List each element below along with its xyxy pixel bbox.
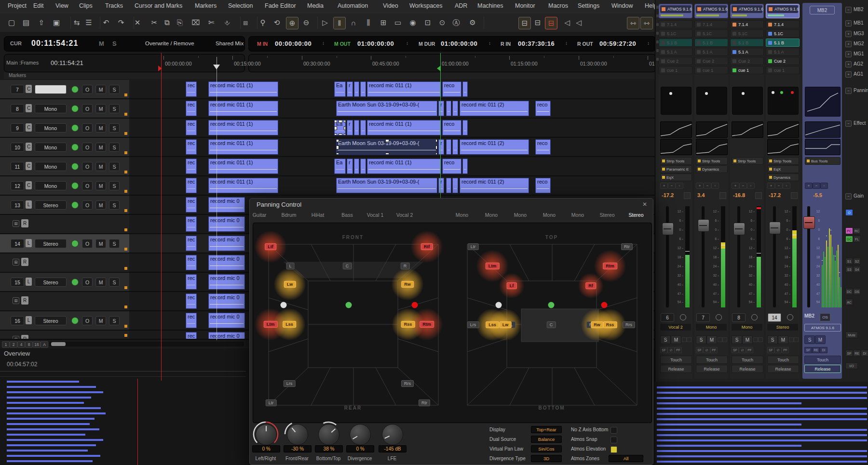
effect-curve-display[interactable] — [696, 139, 728, 155]
add-plugin-button[interactable]: ▫ — [747, 183, 755, 189]
knob-bottom-top[interactable] — [318, 424, 339, 445]
panner-tab-bdrum-1[interactable]: Bdrum — [282, 212, 297, 220]
speaker-bubble-lf[interactable]: Lf — [507, 282, 517, 289]
range-field-value[interactable]: 00:59:27:20 — [599, 40, 636, 47]
track-header[interactable]: 8CMonoOMS — [0, 99, 129, 118]
overview-waveform-stripe[interactable] — [7, 418, 95, 420]
sidebar-toggle-di[interactable]: DI — [861, 350, 868, 357]
zoom-in-icon[interactable]: ⊕ — [286, 17, 298, 29]
track-o-button[interactable]: O — [82, 104, 93, 113]
bus-row-5-1c[interactable]: 5.1C — [766, 29, 800, 38]
effect-curve-display[interactable] — [805, 139, 841, 155]
sidebar-bus-ag2[interactable]: AG2 — [854, 61, 863, 66]
audio-clip[interactable]: rec — [186, 159, 197, 174]
pan-pad[interactable] — [732, 87, 763, 115]
cut-range-icon[interactable]: ✄ — [205, 17, 217, 28]
strip-mini-toggle[interactable] — [718, 337, 722, 342]
sidebar-expand-icon[interactable]: + — [845, 71, 852, 78]
sidebar-toggle-o[interactable]: O — [845, 209, 853, 216]
knob-front-rear[interactable] — [287, 424, 308, 445]
automation-touch-button[interactable]: Touch — [696, 356, 728, 364]
track-mute-button[interactable]: M — [95, 143, 106, 152]
plugin-enable-icon[interactable] — [769, 168, 772, 171]
strip-mini-toggle[interactable] — [794, 337, 799, 342]
audio-clip[interactable]: record mic 011 (1) — [208, 101, 278, 116]
panner-room-top[interactable]: TOPBOTTOMLtrRtrLrsLCRRrsLtmRtmLfRfLssLwR… — [453, 224, 651, 422]
speaker-bubble-rtf[interactable]: Rtf — [421, 243, 433, 250]
audio-clip[interactable]: r — [438, 178, 444, 193]
bus-row-5-1c[interactable]: 5.1C — [694, 29, 728, 38]
plugin-chip[interactable]: Strip Tools — [696, 157, 728, 165]
sidebar-toggle-gc[interactable]: GC — [845, 236, 853, 242]
timeline-ruler[interactable]: Main :Frames00:11:54:2100:00:00:0000:15:… — [0, 53, 655, 72]
metronome-toggle[interactable]: M — [99, 40, 104, 47]
menu-automation[interactable]: Automation — [338, 2, 368, 9]
speaker-bubble-rw[interactable]: Rw — [401, 281, 414, 288]
option-value-dropdown[interactable]: All — [609, 455, 643, 462]
routing-icon[interactable]: ⇆ — [71, 17, 82, 28]
overview-waveform-stripe[interactable] — [657, 397, 867, 399]
option-value-dropdown[interactable]: Sin/Cos — [531, 445, 562, 452]
sidebar-section-collapse-icon[interactable]: − — [845, 193, 852, 199]
expand-icon[interactable]: ⊞ — [13, 297, 19, 304]
overview-waveform-stripe[interactable] — [657, 429, 867, 431]
monitor-dot-icon[interactable] — [71, 144, 79, 151]
master-tiny-button[interactable]: SF — [804, 347, 812, 353]
sidebar-section-collapse-icon[interactable]: − — [845, 120, 852, 127]
bus-row-cue-2[interactable]: Cue 2 — [730, 57, 764, 65]
track-header[interactable]: 12CMonoOMS — [0, 176, 129, 195]
audio-clip[interactable]: record mic 0 — [208, 293, 245, 309]
range-field-value[interactable]: 00:00:00:00 — [275, 40, 312, 47]
range-field-value[interactable]: 00:37:30:16 — [518, 40, 555, 47]
track-solo-button[interactable]: S — [109, 316, 120, 325]
plugin-chip[interactable]: EqX — [767, 165, 799, 173]
automation-icon[interactable]: Ⓐ — [450, 17, 462, 28]
menu-video[interactable]: Video — [383, 2, 398, 9]
clip-selection-handle[interactable] — [336, 139, 339, 142]
speaker-bubble-ltf[interactable]: Ltf — [265, 243, 276, 250]
overview-waveform-stripe[interactable] — [7, 460, 93, 462]
track-name-field[interactable] — [35, 85, 67, 94]
track-header[interactable]: ⊞R — [0, 292, 129, 310]
audio-clip[interactable]: record mic 011 (1) — [208, 81, 278, 97]
window-layout-2-icon[interactable]: ⊟ — [532, 17, 543, 28]
audio-clip[interactable]: record mic 0 — [208, 197, 245, 213]
bus-row-5-1-b[interactable]: 5.1 B — [659, 39, 692, 47]
new-file-icon[interactable]: ▢ — [6, 17, 17, 28]
save-icon[interactable]: ▣ — [51, 17, 62, 28]
audio-clip[interactable]: record mic 011 (1) — [367, 159, 441, 174]
audio-clip[interactable]: rec — [186, 101, 197, 116]
panner-tab-mono-9[interactable]: Mono — [543, 212, 556, 220]
track-o-button[interactable]: O — [82, 200, 93, 210]
track-header[interactable]: 10CMonoOMS — [0, 138, 129, 156]
fader-handle[interactable] — [769, 222, 781, 234]
overview-waveform-stripe[interactable] — [657, 455, 867, 457]
sidebar-toggle-s3[interactable]: S3 — [845, 266, 853, 273]
menu-machines[interactable]: Machines — [477, 2, 503, 9]
panner-room-front[interactable]: FRONTREARLCRLrsRrsLtrRtrLtfRtfLwRwLtmLss… — [254, 224, 452, 422]
speaker-bubble-rtm[interactable]: Rtm — [420, 321, 434, 328]
strip-phase-icon[interactable] — [716, 314, 722, 320]
edit-cursor[interactable] — [217, 57, 217, 340]
close-icon[interactable]: ✕ — [642, 201, 647, 208]
clip-lane[interactable]: recrecord mic 011 (1)Earrecord mic 011 (… — [129, 157, 655, 175]
audio-clip[interactable]: record mic 011 (1) — [208, 139, 278, 155]
expand-icon[interactable]: ⊞ — [13, 336, 19, 340]
track-name-field[interactable]: Mono — [35, 181, 67, 190]
track-solo-button[interactable]: S — [109, 162, 120, 171]
track-header[interactable]: 14LStereoOMS — [0, 234, 129, 252]
audio-clip[interactable]: rec — [186, 81, 197, 97]
track-header[interactable]: ⊞R — [0, 253, 129, 272]
menu-media[interactable]: Media — [307, 2, 324, 9]
audio-clip[interactable]: record mic 011 (1) — [367, 120, 441, 135]
strip-tab[interactable]: ATMOS 9.1.6 — [730, 4, 764, 18]
menu-help[interactable]: Help — [645, 2, 655, 9]
add-plugin-button[interactable]: + — [805, 183, 813, 189]
sidebar-toggle-s2[interactable]: S2 — [853, 258, 861, 265]
monitor-dot-icon[interactable] — [71, 240, 79, 247]
master-name[interactable]: ATMOS 9.1.6 — [804, 324, 841, 332]
master-tiny-button[interactable]: DI — [820, 347, 827, 353]
clip-lane[interactable]: recrecord mic 011 (1)Earth Moon Sun 03-1… — [129, 138, 655, 156]
clip-lane[interactable]: recrecord mic 011 (1)Earth Moon Sun 03-1… — [129, 99, 655, 118]
fader-handle[interactable] — [733, 223, 745, 235]
